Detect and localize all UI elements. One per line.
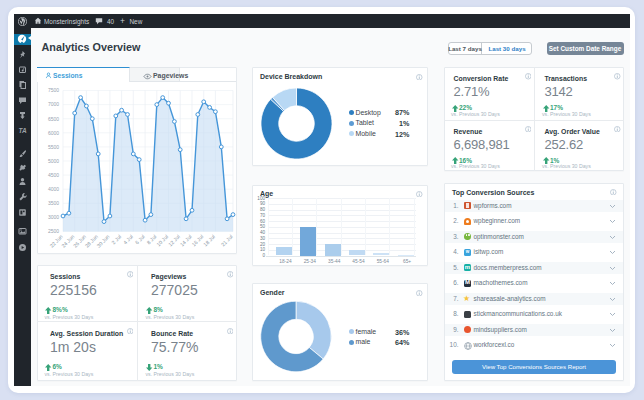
svg-text:7500: 7500 (48, 87, 59, 93)
svg-text:4500: 4500 (48, 172, 59, 178)
svg-text:7000: 7000 (48, 101, 59, 107)
svg-text:6500: 6500 (48, 116, 59, 122)
svg-text:TA: TA (18, 127, 26, 134)
svg-text:2500: 2500 (48, 228, 59, 234)
svg-text:3000: 3000 (48, 214, 59, 220)
svg-text:6 Jul: 6 Jul (134, 233, 146, 245)
svg-text:18 Jul: 18 Jul (202, 233, 216, 247)
svg-text:12 Jul: 12 Jul (167, 233, 181, 247)
svg-text:5500: 5500 (48, 144, 59, 150)
svg-text:2 Jul: 2 Jul (110, 233, 122, 245)
svg-text:3500: 3500 (48, 200, 59, 206)
svg-text:10 Jul: 10 Jul (155, 233, 169, 247)
svg-text:6000: 6000 (48, 130, 59, 136)
svg-text:14 Jul: 14 Jul (179, 233, 193, 247)
svg-text:16 Jul: 16 Jul (190, 233, 204, 247)
svg-text:5000: 5000 (48, 158, 59, 164)
svg-text:4000: 4000 (48, 186, 59, 192)
svg-text:21 Jul: 21 Jul (220, 233, 234, 247)
svg-text:4 Jul: 4 Jul (122, 233, 134, 245)
svg-text:30 Jun: 30 Jun (95, 233, 110, 248)
